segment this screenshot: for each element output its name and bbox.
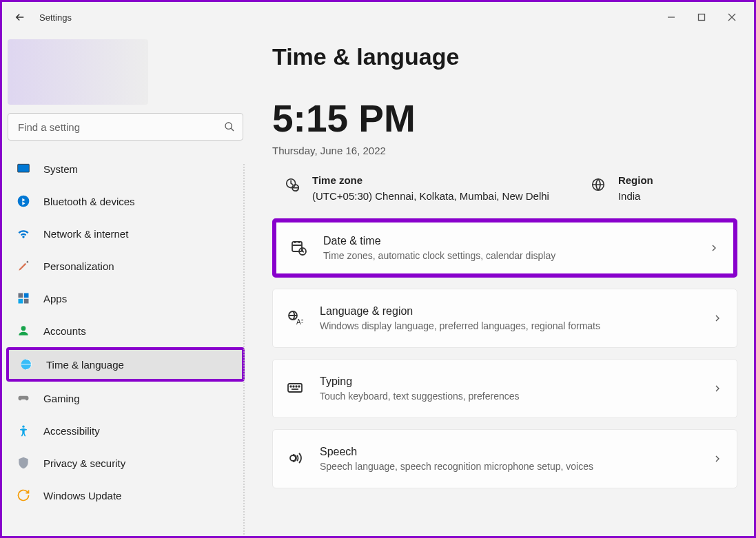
sidebar-item-accessibility[interactable]: Accessibility	[6, 415, 245, 446]
user-account-block[interactable]	[8, 39, 148, 105]
timezone-label: Time zone	[312, 174, 549, 186]
search-input[interactable]	[8, 113, 243, 141]
sidebar-item-label: Privacy & security	[43, 457, 125, 469]
timezone-value: (UTC+05:30) Chennai, Kolkata, Mumbai, Ne…	[312, 190, 549, 202]
card-subtitle: Time zones, automatic clock settings, ca…	[323, 250, 708, 261]
chevron-right-icon	[708, 242, 719, 254]
paint-icon	[16, 258, 31, 273]
calendar-clock-icon	[290, 239, 308, 257]
svg-point-29	[290, 455, 296, 461]
globe-icon	[591, 177, 606, 192]
sidebar-item-accounts[interactable]: Accounts	[6, 315, 245, 346]
svg-rect-11	[19, 299, 23, 304]
sidebar-item-label: Apps	[43, 293, 67, 304]
update-icon	[16, 488, 31, 503]
card-language-region[interactable]: A字 Language & region Windows display lan…	[272, 289, 737, 348]
card-title: Speech	[320, 446, 712, 458]
sidebar-item-label: Network & internet	[43, 228, 128, 240]
speech-icon	[287, 450, 305, 468]
chevron-right-icon	[712, 313, 723, 324]
sidebar-item-windows-update[interactable]: Windows Update	[6, 479, 245, 511]
card-subtitle: Speech language, speech recognition micr…	[320, 461, 712, 472]
sidebar-item-system[interactable]: System	[6, 153, 245, 185]
timezone-info: Time zone (UTC+05:30) Chennai, Kolkata, …	[285, 174, 549, 202]
svg-point-25	[293, 386, 294, 387]
system-icon	[16, 161, 31, 176]
svg-rect-19	[292, 242, 302, 251]
person-icon	[16, 323, 31, 338]
sidebar-item-label: System	[43, 163, 78, 175]
search-icon	[224, 121, 235, 132]
search-wrap	[8, 113, 243, 141]
sidebar-item-network[interactable]: Network & internet	[6, 218, 245, 249]
shield-icon	[16, 455, 31, 470]
close-button[interactable]	[724, 9, 740, 25]
svg-point-8	[18, 196, 30, 207]
svg-rect-23	[288, 384, 302, 392]
svg-rect-1	[699, 14, 705, 21]
svg-rect-6	[18, 164, 30, 172]
sidebar-item-label: Bluetooth & devices	[43, 196, 135, 207]
svg-rect-9	[19, 293, 23, 298]
back-button[interactable]	[13, 10, 27, 24]
card-title: Date & time	[323, 235, 708, 247]
sidebar-item-label: Accessibility	[43, 425, 100, 437]
titlebar: Settings	[2, 2, 754, 32]
apps-icon	[16, 291, 31, 306]
svg-text:A字: A字	[296, 318, 303, 326]
globe-clock-icon	[19, 357, 34, 372]
svg-point-27	[298, 386, 300, 387]
region-info: Region India	[591, 174, 653, 202]
chevron-right-icon	[712, 453, 723, 464]
keyboard-icon	[287, 380, 305, 397]
page-title: Time & language	[272, 43, 737, 70]
svg-point-4	[225, 123, 232, 129]
card-subtitle: Windows display language, preferred lang…	[320, 320, 712, 331]
svg-point-13	[21, 326, 26, 331]
card-subtitle: Touch keyboard, text suggestions, prefer…	[320, 391, 712, 402]
svg-point-24	[290, 386, 292, 387]
sidebar-item-time-language[interactable]: Time & language	[6, 347, 245, 382]
main-content: Time & language 5:15 PM Thursday, June 1…	[249, 32, 754, 536]
sidebar-item-label: Time & language	[46, 359, 124, 371]
minimize-button[interactable]	[663, 9, 680, 25]
timezone-icon	[285, 177, 300, 192]
language-icon: A字	[287, 309, 305, 327]
region-label: Region	[618, 174, 653, 186]
card-title: Typing	[320, 375, 712, 388]
sidebar-item-gaming[interactable]: Gaming	[6, 382, 245, 414]
region-value: India	[618, 190, 653, 202]
sidebar-item-label: Windows Update	[43, 490, 121, 501]
chevron-right-icon	[712, 383, 723, 394]
card-date-time[interactable]: Date & time Time zones, automatic clock …	[272, 218, 737, 278]
wifi-icon	[16, 226, 31, 241]
sidebar-item-label: Personalization	[43, 260, 114, 272]
sidebar-item-privacy[interactable]: Privacy & security	[6, 447, 245, 479]
maximize-button[interactable]	[693, 9, 710, 25]
bluetooth-icon	[16, 194, 31, 209]
gamepad-icon	[16, 391, 31, 406]
card-title: Language & region	[320, 305, 712, 318]
sidebar-item-label: Gaming	[43, 393, 80, 404]
svg-point-15	[22, 426, 24, 428]
svg-point-26	[296, 386, 297, 387]
card-typing[interactable]: Typing Touch keyboard, text suggestions,…	[272, 359, 737, 418]
accessibility-icon	[16, 423, 31, 438]
current-date: Thursday, June 16, 2022	[272, 145, 737, 156]
svg-line-5	[231, 128, 234, 131]
card-speech[interactable]: Speech Speech language, speech recogniti…	[272, 429, 737, 488]
current-time: 5:15 PM	[272, 96, 737, 141]
sidebar: System Bluetooth & devices Network & int…	[2, 32, 249, 536]
svg-rect-12	[24, 299, 29, 304]
sidebar-item-label: Accounts	[43, 325, 86, 337]
sidebar-item-bluetooth[interactable]: Bluetooth & devices	[6, 185, 245, 217]
sidebar-item-personalization[interactable]: Personalization	[6, 250, 245, 282]
svg-rect-10	[24, 293, 29, 298]
app-title: Settings	[39, 12, 72, 23]
sidebar-item-apps[interactable]: Apps	[6, 282, 245, 314]
